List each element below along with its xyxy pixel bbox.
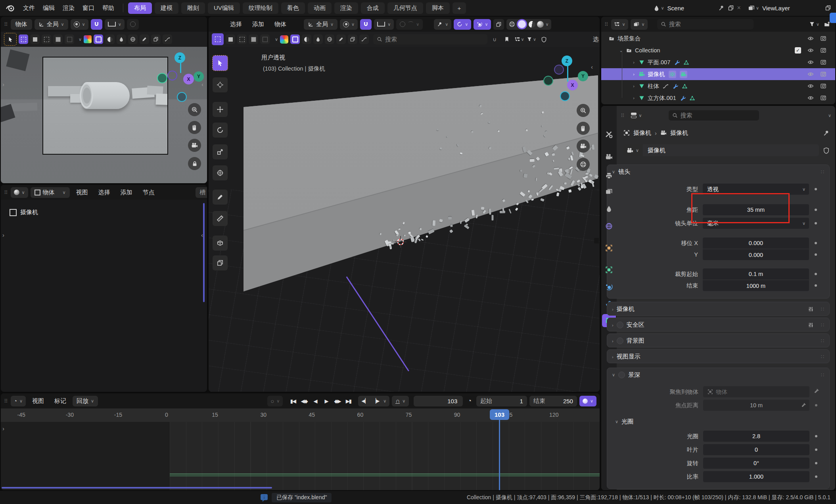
axis-x-ball[interactable]: X — [183, 74, 194, 84]
properties-tab-tool[interactable] — [602, 128, 616, 141]
expander-icon[interactable]: ⌄ — [618, 48, 624, 53]
hanger-icon[interactable] — [359, 34, 369, 44]
animate-dot[interactable] — [815, 475, 817, 478]
playhead-line[interactable] — [499, 409, 500, 490]
filter-icon[interactable]: ∨ — [526, 34, 537, 44]
animate-dot[interactable] — [815, 284, 817, 287]
scene-name[interactable]: Scene — [667, 5, 715, 11]
viewlayer-name[interactable]: ViewLayer — [762, 5, 822, 11]
rotate-tool[interactable] — [213, 123, 228, 138]
disable-render-icon[interactable] — [820, 59, 826, 65]
stack-icon[interactable] — [348, 34, 357, 44]
panel-title[interactable]: 视图显示 — [617, 353, 640, 360]
expander-icon[interactable]: › — [631, 96, 637, 100]
expander-icon[interactable]: › — [631, 60, 637, 65]
pin-icon[interactable] — [718, 5, 725, 11]
animate-dot[interactable] — [815, 188, 817, 190]
animate-dot[interactable] — [815, 448, 817, 451]
properties-tab-view-layer[interactable] — [602, 185, 616, 198]
transform-tool[interactable] — [213, 165, 228, 180]
outliner-item-label[interactable]: 平面.007 — [648, 59, 670, 66]
snap-with-select[interactable]: ∨ — [105, 19, 125, 30]
xray-toggle[interactable] — [493, 19, 504, 30]
outliner-item-label[interactable]: 场景集合 — [617, 35, 640, 42]
brush-icon[interactable] — [336, 34, 346, 44]
falloff-sphere-icon[interactable] — [280, 35, 288, 44]
cursor-tool[interactable] — [213, 77, 228, 92]
collection-checkbox[interactable]: ✓ — [795, 47, 801, 54]
breadcrumb-data[interactable]: 摄像机 — [670, 129, 688, 137]
wrench-badge-icon[interactable] — [672, 83, 678, 89]
viewlayer-icon[interactable]: ∨ — [748, 5, 759, 11]
workspace-tab-2[interactable]: 雕刻 — [181, 2, 205, 14]
aperture-field[interactable]: 2.8 — [703, 431, 809, 442]
select-extend-mode[interactable] — [30, 34, 40, 44]
keying-popover[interactable]: ∩∨ — [392, 396, 409, 406]
dof-checkbox[interactable] — [618, 372, 625, 378]
select-mode-4[interactable] — [249, 34, 258, 44]
active-tool-select-box[interactable] — [212, 33, 224, 45]
play-button[interactable]: ▶ — [321, 396, 331, 406]
world-icon[interactable] — [128, 34, 138, 44]
disable-render-icon[interactable] — [820, 47, 826, 54]
region-collapse-icon[interactable]: ‹ — [201, 232, 203, 238]
globe-icon[interactable] — [325, 34, 334, 44]
menu-playback[interactable]: 回放∨ — [73, 396, 98, 406]
region-collapse-icon[interactable]: ‹ — [201, 81, 203, 88]
hide-eye-icon[interactable] — [807, 83, 814, 89]
dof-panel-header[interactable]: ∨ 景深 ∷ — [607, 368, 829, 382]
falloff-icon[interactable] — [117, 34, 126, 44]
outliner-row-collection[interactable]: ⌄Collection✓ — [601, 44, 835, 56]
axis-neg-y-ball[interactable] — [157, 73, 167, 83]
outliner-item-label[interactable]: 柱体 — [648, 82, 659, 90]
measure-tool[interactable] — [213, 211, 228, 226]
slot-select[interactable]: 槽 — [196, 187, 207, 198]
axis-z-ball[interactable]: Z — [174, 52, 185, 63]
pan-button[interactable] — [188, 121, 201, 134]
panel-grip[interactable]: ∷ — [821, 372, 824, 378]
hide-eye-icon[interactable] — [807, 47, 814, 54]
properties-search[interactable]: 搜索 — [669, 110, 759, 121]
editor-grip[interactable]: ⠿ — [621, 113, 625, 119]
topbar-menu-1[interactable]: 编辑 — [39, 3, 59, 13]
animate-dot[interactable] — [815, 462, 817, 464]
topbar-menu-4[interactable]: 帮助 — [98, 3, 118, 13]
expander-icon[interactable]: › — [631, 84, 637, 88]
menu-object[interactable]: 物体 — [270, 19, 290, 30]
axis-z-ball[interactable]: Z — [562, 56, 572, 66]
outliner-item-label[interactable]: 立方体.001 — [648, 94, 676, 102]
animate-dot[interactable] — [815, 242, 817, 244]
workspace-tab-3[interactable]: UV编辑 — [208, 2, 240, 14]
frame-start-field[interactable]: 起始1 — [476, 396, 527, 406]
hide-eye-icon[interactable] — [807, 59, 814, 65]
region-expand-icon[interactable]: › — [2, 425, 4, 432]
menu-view[interactable]: 视图 — [28, 396, 48, 406]
panel-grip[interactable]: ∷ — [821, 306, 824, 312]
animate-dot[interactable] — [815, 222, 817, 224]
wrench-badge-icon[interactable] — [680, 95, 686, 101]
shading-solid[interactable] — [518, 20, 526, 28]
expander-icon[interactable]: › — [631, 72, 637, 77]
axis-x-ball[interactable]: X — [567, 80, 578, 90]
menu-select[interactable]: 选择 — [226, 19, 246, 30]
animate-dot[interactable] — [815, 435, 817, 437]
panel-grip[interactable]: ∷ — [821, 338, 824, 344]
menu-marker[interactable]: 标记 — [50, 396, 70, 406]
duplicate-tool[interactable] — [213, 255, 228, 270]
hide-eye-icon[interactable] — [807, 95, 814, 101]
editor-grip[interactable]: ⠿ — [4, 21, 8, 27]
axis-y-ball[interactable]: Y — [194, 71, 204, 82]
select-intersect-mode[interactable] — [65, 34, 74, 44]
datablock-name-field[interactable]: 摄像机 — [643, 144, 819, 156]
region-expand-icon[interactable]: › — [2, 81, 4, 88]
workspace-tab-4[interactable]: 纹理绘制 — [243, 2, 278, 14]
select-mode-2[interactable] — [226, 34, 235, 44]
shield-icon[interactable] — [539, 34, 549, 44]
editor-grip[interactable]: ⠿ — [4, 398, 8, 404]
properties-options-icon[interactable]: ∨ — [828, 113, 831, 118]
scrollbar-vertical[interactable] — [203, 203, 205, 302]
snap-toggle[interactable] — [360, 19, 372, 30]
viewport-canvas[interactable]: 用户透视 (103) Collection | 摄像机 Z Y X ‹ — [209, 47, 600, 392]
frame-step-buttons[interactable]: ◀▏▕▶∨ — [358, 396, 389, 406]
person-icon[interactable] — [313, 34, 323, 44]
